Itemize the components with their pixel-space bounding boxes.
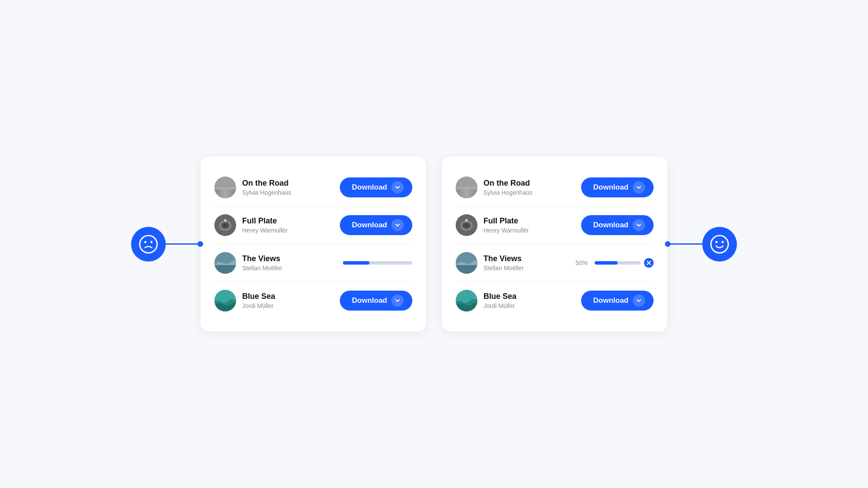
track-artist: Stellan Moëller — [483, 265, 524, 272]
avatar — [214, 177, 236, 198]
progress-fill — [343, 261, 369, 265]
chevron-down-icon — [391, 181, 404, 193]
track-title: Blue Sea — [242, 292, 275, 301]
svg-point-0 — [140, 236, 157, 253]
chevron-down-icon — [391, 295, 404, 307]
table-row: The Views Stellan Moëller 50% — [456, 244, 654, 282]
table-row: Blue Sea Jordi Müller Download — [214, 282, 412, 319]
svg-point-27 — [711, 236, 728, 253]
track-artist: Jordi Müller — [242, 302, 275, 309]
download-label: Download — [593, 296, 628, 305]
track-info: Blue Sea Jordi Müller — [456, 290, 516, 311]
right-panel: On the Road Sylvia Hogenhaüs Download — [442, 157, 667, 331]
progress-fill — [595, 261, 618, 265]
track-artist: Henry Warmullër — [483, 227, 529, 234]
svg-point-28 — [716, 241, 718, 243]
table-row: Full Plate Henry Warmullër Download — [214, 206, 412, 244]
svg-point-23 — [465, 219, 468, 222]
download-button[interactable]: Download — [340, 291, 412, 311]
avatar — [456, 214, 477, 236]
avatar — [214, 290, 236, 311]
cancel-button[interactable] — [644, 258, 654, 268]
table-row: The Views Stellan Moëller — [214, 244, 412, 282]
track-artist: Sylvia Hogenhaüs — [483, 189, 533, 196]
svg-rect-6 — [214, 187, 236, 190]
svg-point-29 — [722, 241, 724, 243]
left-panel: On the Road Sylvia Hogenhaüs Download — [201, 157, 426, 331]
track-text: Blue Sea Jordi Müller — [242, 292, 275, 309]
svg-rect-25 — [456, 265, 477, 274]
progress-percentage-label: 50% — [575, 259, 591, 266]
progress-bar — [343, 261, 412, 265]
track-text: Full Plate Henry Warmullër — [483, 216, 529, 234]
avatar — [456, 252, 477, 274]
download-label: Download — [352, 296, 387, 305]
table-row: Blue Sea Jordi Müller Download — [456, 282, 654, 319]
download-label: Download — [352, 183, 387, 192]
track-title: Full Plate — [483, 216, 529, 226]
chevron-down-icon — [633, 219, 645, 231]
download-label: Download — [593, 183, 628, 192]
track-title: Blue Sea — [483, 292, 516, 301]
avatar — [214, 214, 236, 236]
track-artist: Sylvia Hogenhaüs — [242, 189, 291, 196]
happy-smiley-icon — [702, 227, 737, 262]
track-title: The Views — [242, 254, 283, 263]
avatar — [456, 290, 477, 311]
track-info: Blue Sea Jordi Müller — [214, 290, 275, 311]
svg-point-22 — [464, 224, 469, 227]
download-button[interactable]: Download — [581, 215, 654, 235]
track-artist: Henry Warmullër — [242, 227, 288, 234]
download-label: Download — [352, 221, 387, 229]
track-text: Full Plate Henry Warmullër — [242, 216, 288, 234]
track-info: Full Plate Henry Warmullër — [214, 214, 288, 236]
table-row: On the Road Sylvia Hogenhaüs Download — [456, 169, 654, 206]
track-info: On the Road Sylvia Hogenhaüs — [456, 177, 533, 198]
download-label: Download — [593, 221, 628, 229]
track-text: On the Road Sylvia Hogenhaüs — [242, 179, 291, 196]
table-row: Full Plate Henry Warmullër Download — [456, 206, 654, 244]
avatar — [456, 177, 477, 198]
track-title: Full Plate — [242, 216, 288, 226]
download-button[interactable]: Download — [340, 215, 412, 235]
svg-rect-16 — [456, 189, 477, 198]
svg-point-2 — [151, 241, 153, 243]
table-row: On the Road Sylvia Hogenhaüs Download — [214, 169, 412, 206]
track-text: On the Road Sylvia Hogenhaüs — [483, 179, 533, 196]
track-info: The Views Stellan Moëller — [214, 252, 283, 274]
panels-container: On the Road Sylvia Hogenhaüs Download — [201, 157, 667, 331]
svg-point-10 — [223, 224, 227, 227]
main-layout: On the Road Sylvia Hogenhaüs Download — [0, 157, 868, 331]
track-text: The Views Stellan Moëller — [483, 254, 524, 272]
track-title: On the Road — [242, 179, 291, 188]
track-artist: Stellan Moëller — [242, 265, 283, 272]
svg-point-1 — [145, 241, 147, 243]
download-button[interactable]: Download — [581, 177, 654, 197]
chevron-down-icon — [633, 295, 645, 307]
track-info: Full Plate Henry Warmullër — [456, 214, 529, 236]
track-title: The Views — [483, 254, 524, 263]
right-connector — [667, 243, 702, 245]
track-artist: Jordi Müller — [483, 302, 516, 309]
track-info: The Views Stellan Moëller — [456, 252, 524, 274]
track-text: The Views Stellan Moëller — [242, 254, 283, 272]
progress-with-label-container: 50% — [575, 258, 654, 268]
sad-smiley-icon — [131, 227, 166, 262]
chevron-down-icon — [633, 181, 645, 193]
track-info: On the Road Sylvia Hogenhaüs — [214, 177, 291, 198]
svg-rect-17 — [465, 189, 468, 198]
track-title: On the Road — [483, 179, 533, 188]
avatar — [214, 252, 236, 274]
track-text: Blue Sea Jordi Müller — [483, 292, 516, 309]
download-button[interactable]: Download — [581, 291, 654, 311]
svg-rect-13 — [214, 265, 236, 274]
progress-bar-container — [343, 261, 412, 265]
download-button[interactable]: Download — [340, 177, 412, 197]
svg-rect-5 — [224, 189, 227, 198]
svg-rect-18 — [456, 187, 477, 190]
chevron-down-icon — [391, 219, 404, 231]
svg-rect-4 — [214, 189, 236, 198]
svg-point-11 — [224, 219, 227, 222]
left-connector — [166, 243, 201, 245]
progress-bar — [595, 261, 641, 265]
